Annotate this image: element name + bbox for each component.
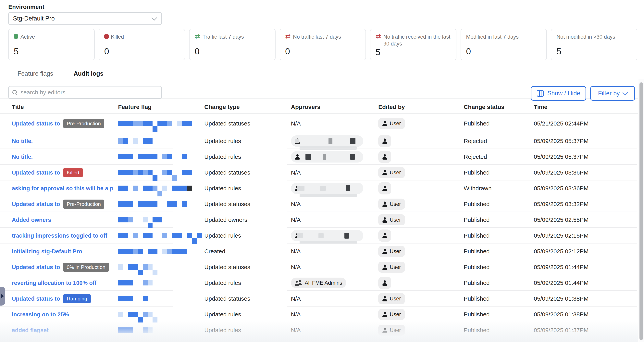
approvers-cell: N/A [291, 295, 378, 302]
approver-na: N/A [291, 327, 301, 333]
redacted-pixel [123, 217, 128, 222]
filter-by-button[interactable]: Filter by [590, 86, 635, 101]
environment-select[interactable]: Stg-Default Pro [8, 12, 162, 25]
redacted-pixel [177, 233, 182, 238]
redacted-pixel [148, 186, 152, 191]
scrollbar-thumb[interactable] [640, 82, 643, 340]
status-badge: Ramping [63, 294, 91, 303]
feature-flag-redacted [118, 327, 204, 333]
change-status-cell: Rejected [464, 153, 534, 160]
edited-by-cell: User [378, 309, 464, 320]
audit-title-link[interactable]: Updated status to [12, 201, 60, 207]
audit-title-link[interactable]: Updated status to [12, 120, 60, 127]
approver-na: N/A [291, 169, 301, 176]
status-badge: Killed [63, 168, 83, 177]
user-chip-label: User [390, 296, 401, 302]
redacted-pixel [148, 121, 152, 126]
change-status-cell: Withdrawn [464, 185, 534, 192]
redacted-pixel [118, 201, 123, 207]
title-cell: Updated status to0% in Production [0, 263, 118, 272]
time-cell: 05/09/2025 02:15PM [534, 232, 638, 239]
redacted-pixel [118, 280, 123, 285]
audit-title-link[interactable]: Updated status to [12, 295, 60, 302]
redacted-pixel [123, 327, 128, 333]
user-chip-label: User [390, 264, 401, 270]
chevron-down-icon [152, 15, 157, 21]
redacted-pixel [158, 191, 162, 196]
person-icon [382, 264, 387, 270]
redacted-pixel [167, 249, 172, 254]
redacted-pixel [152, 175, 158, 181]
change-type-cell: Created [204, 248, 291, 255]
redacted-pixel [148, 264, 152, 270]
change-type-cell: Updated statuses [204, 264, 291, 270]
user-chip-label: User [390, 170, 401, 176]
redacted-pixel [128, 186, 133, 191]
search-input[interactable] [20, 89, 158, 96]
redacted-pixel [128, 249, 133, 254]
feature-flag-redacted [118, 264, 204, 270]
title-cell: Updated status toPre-Production [0, 200, 118, 209]
audit-title-link[interactable]: Added owners [12, 217, 51, 223]
redacted-blob [323, 154, 326, 160]
audit-title-link[interactable]: asking for approval so this will be a pe [12, 185, 112, 192]
column-change-type: Change type [204, 104, 291, 110]
redacted-pixel [123, 264, 128, 270]
audit-title-link[interactable]: tracking impressions toggled to off [12, 232, 107, 239]
redacted-pixel [177, 170, 182, 175]
redacted-pixel [148, 280, 152, 285]
table-row: Updated status toPre-ProductionUpdated s… [0, 196, 638, 212]
redacted-pixel [177, 186, 182, 191]
redacted-pixel [118, 121, 123, 126]
redacted-pixel [192, 238, 197, 244]
redacted-pixel [172, 121, 177, 126]
audit-title-link[interactable]: initializing stg-Default Pro [12, 248, 82, 255]
redacted-pixel [143, 312, 148, 317]
stat-card: Modified in last 7 days0 [460, 29, 547, 60]
redacted-blob [344, 233, 349, 239]
edited-by-cell: User [378, 118, 464, 129]
search-editors-box[interactable] [8, 86, 162, 99]
redacted-pixel [187, 233, 192, 238]
redacted-pixel [182, 249, 187, 254]
audit-title-link[interactable]: No title. [12, 154, 33, 160]
edited-by-cell [378, 182, 464, 194]
time-cell: 05/09/2025 05:37PM [534, 153, 638, 160]
time-cell: 05/09/2025 01:38PM [534, 295, 638, 302]
redacted-pixel [128, 296, 133, 301]
title-cell: Added owners [0, 217, 118, 223]
redacted-pixel [118, 138, 123, 144]
approvers-cell: N/A [291, 169, 378, 176]
edited-by-avatar [378, 277, 391, 289]
redacted-pixel [143, 233, 148, 238]
columns-icon [537, 90, 544, 97]
change-type-cell: Updated rules [204, 185, 291, 192]
stat-card-label: No traffic received in the last 90 days [384, 34, 451, 47]
approvers-cell: N/A [291, 327, 378, 333]
redacted-pixel [133, 201, 138, 207]
no-traffic-arrows-icon: ⇄ [376, 34, 381, 39]
audit-title-link[interactable]: reverting allocation to 100% off [12, 280, 96, 286]
audit-title-link[interactable]: No title. [12, 138, 33, 144]
redacted-blob [318, 233, 324, 238]
redacted-blob [296, 233, 303, 238]
time-cell: 05/09/2025 01:38PM [534, 311, 638, 318]
audit-title-link[interactable]: increasing on to 25% [12, 311, 69, 318]
edited-by-user-chip: User [378, 118, 405, 129]
title-cell: Updated status toPre-Production [0, 119, 118, 128]
audit-logs-page: Environment Stg-Default Pro Active5Kille… [0, 0, 644, 342]
audit-title-link[interactable]: Updated status to [12, 169, 60, 176]
stat-card: ⇄No traffic received in the last 90 days… [370, 29, 456, 60]
show-hide-button[interactable]: Show / Hide [531, 86, 586, 101]
approver-na: N/A [291, 201, 301, 207]
change-type-cell: Updated rules [204, 279, 291, 286]
audit-title-link[interactable]: added flagset [12, 327, 48, 333]
feature-flag-redacted [118, 121, 204, 126]
scrollbar-track[interactable] [638, 79, 644, 342]
redacted-pixel [138, 233, 143, 238]
column-change-status: Change status [464, 104, 534, 110]
audit-title-link[interactable]: Updated status to [12, 264, 60, 270]
expand-sidebar-handle[interactable] [0, 287, 5, 305]
redacted-pixel [148, 154, 152, 159]
approver-na: N/A [291, 295, 301, 302]
